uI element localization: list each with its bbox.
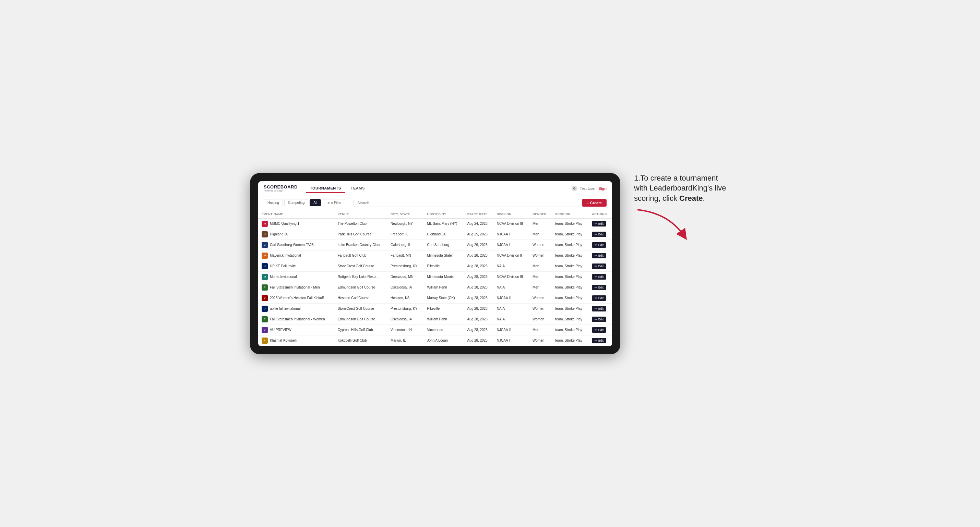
table-row: V VU PREVIEW Cypress Hills Golf Club Vin…: [258, 324, 612, 335]
cell-division: NJCAA I: [493, 229, 529, 240]
team-logo: F: [262, 284, 268, 290]
edit-button[interactable]: ✏ Edit: [592, 327, 606, 333]
cell-actions: ✏ Edit: [589, 303, 612, 314]
cell-gender: Men: [529, 261, 552, 271]
annotation-bold-text: Create: [679, 194, 703, 203]
cell-division: NJCAA II: [493, 293, 529, 303]
col-city-state: CITY, STATE: [387, 210, 424, 219]
cell-actions: ✏ Edit: [589, 324, 612, 335]
cell-venue: Edmundson Golf Course: [334, 314, 387, 324]
edit-button[interactable]: ✏ Edit: [592, 306, 606, 311]
cell-scoring: team, Stroke Play: [552, 335, 589, 346]
cell-venue: The Powelton Club: [334, 218, 387, 229]
cell-city-state: Marion, IL: [387, 335, 424, 346]
tablet-screen: SCOREBOARD Powered by Clipp TOURNAMENTS …: [258, 181, 612, 346]
tab-teams[interactable]: TEAMS: [347, 184, 369, 193]
event-name-text: 2023 Women's Hesston Fall Kickoff: [270, 296, 324, 300]
edit-button[interactable]: ✏ Edit: [592, 274, 606, 279]
event-name-text: VU PREVIEW: [270, 328, 291, 332]
cell-hosted-by: Minnesota-Morris: [424, 271, 464, 282]
cell-hosted-by: Carl Sandburg: [424, 240, 464, 250]
logo-sub: Powered by Clipp: [264, 189, 298, 192]
filter-competing-btn[interactable]: Competing: [284, 199, 308, 206]
edit-button[interactable]: ✏ Edit: [592, 221, 606, 227]
cell-gender: Men: [529, 324, 552, 335]
edit-button[interactable]: ✏ Edit: [592, 285, 606, 290]
cell-city-state: Prestonsburg, KY: [387, 303, 424, 314]
annotation-area: 1.To create a tournament with Leaderboar…: [634, 173, 730, 241]
annotation-text: 1.To create a tournament with Leaderboar…: [634, 173, 730, 203]
filter-btn-group: Hosting Competing All: [264, 199, 321, 206]
cell-gender: Men: [529, 271, 552, 282]
cell-hosted-by: John A Logan: [424, 335, 464, 346]
filter-icon: ≡: [328, 201, 329, 205]
cell-actions: ✏ Edit: [589, 335, 612, 346]
cell-scoring: team, Stroke Play: [552, 282, 589, 293]
cell-city-state: Faribault, MN: [387, 250, 424, 261]
create-button[interactable]: + Create: [582, 199, 606, 206]
cell-gender: Women: [529, 314, 552, 324]
cell-venue: Kokopelli Golf Club: [334, 335, 387, 346]
cell-venue: Ruttger's Bay Lake Resort: [334, 271, 387, 282]
edit-button[interactable]: ✏ Edit: [592, 253, 606, 258]
filter-hosting-btn[interactable]: Hosting: [264, 199, 283, 206]
col-gender: GENDER: [529, 210, 552, 219]
gear-icon[interactable]: ⚙: [572, 186, 577, 191]
cell-start-date: Aug 28, 2023: [464, 303, 493, 314]
cell-event-name: U UPIKE Fall Invite: [258, 261, 334, 271]
event-name-text: Maverick Invitational: [270, 254, 301, 257]
edit-button[interactable]: ✏ Edit: [592, 338, 606, 343]
cell-scoring: team, Stroke Play: [552, 314, 589, 324]
cell-hosted-by: William Penn: [424, 314, 464, 324]
cell-scoring: team, Stroke Play: [552, 218, 589, 229]
sign-in-link[interactable]: Sign: [598, 186, 606, 190]
edit-button[interactable]: ✏ Edit: [592, 264, 606, 269]
cell-division: NAIA: [493, 303, 529, 314]
red-arrow-svg: [634, 206, 689, 241]
search-input[interactable]: [353, 199, 579, 207]
event-name-text: Fall Statesmen Invitational - Women: [270, 317, 325, 321]
col-venue: VENUE: [334, 210, 387, 219]
cell-venue: Hesston Golf Course: [334, 293, 387, 303]
edit-button[interactable]: ✏ Edit: [592, 295, 606, 301]
cell-scoring: team, Stroke Play: [552, 303, 589, 314]
cell-start-date: Aug 28, 2023: [464, 293, 493, 303]
cell-hosted-by: Highland CC: [424, 229, 464, 240]
cell-venue: StoneCrest Golf Course: [334, 303, 387, 314]
edit-button[interactable]: ✏ Edit: [592, 242, 606, 248]
cell-division: NAIA: [493, 314, 529, 324]
col-scoring: SCORING: [552, 210, 589, 219]
cell-scoring: team, Stroke Play: [552, 250, 589, 261]
cell-event-name: M Maverick Invitational: [258, 250, 334, 261]
table-row: M Morris Invitational Ruttger's Bay Lake…: [258, 271, 612, 282]
cell-scoring: team, Stroke Play: [552, 271, 589, 282]
cell-division: NJCAA II: [493, 324, 529, 335]
cell-hosted-by: Murray State (OK): [424, 293, 464, 303]
filter-all-btn[interactable]: All: [310, 199, 321, 206]
event-name-text: UPIKE Fall Invite: [270, 264, 296, 268]
team-logo: K: [262, 338, 268, 344]
cell-hosted-by: Pikeville: [424, 261, 464, 271]
team-logo: U: [262, 306, 268, 312]
cell-city-state: Oskaloosa, IA: [387, 282, 424, 293]
edit-button[interactable]: ✏ Edit: [592, 232, 606, 237]
event-name-text: Klash at Kokopelli: [270, 338, 297, 342]
cell-actions: ✏ Edit: [589, 271, 612, 282]
cell-city-state: Freeport, IL: [387, 229, 424, 240]
filter-label: ≡ Filter: [331, 201, 342, 205]
table-row: F Fall Statesmen Invitational - Men Edmu…: [258, 282, 612, 293]
team-logo: M: [262, 274, 268, 280]
tab-tournaments[interactable]: TOURNAMENTS: [306, 184, 345, 193]
edit-button[interactable]: ✏ Edit: [592, 317, 606, 322]
table-header-row: EVENT NAME VENUE CITY, STATE HOSTED BY S…: [258, 210, 612, 219]
table-row: U UPIKE Fall Invite StoneCrest Golf Cour…: [258, 261, 612, 271]
cell-gender: Men: [529, 282, 552, 293]
cell-gender: Women: [529, 293, 552, 303]
cell-event-name: C Carl Sandburg Women FA23: [258, 240, 334, 250]
filter-icon-btn[interactable]: ≡ ≡ Filter: [324, 199, 345, 206]
table-row: U upike fall invitational StoneCrest Gol…: [258, 303, 612, 314]
app-header: SCOREBOARD Powered by Clipp TOURNAMENTS …: [258, 181, 612, 196]
cell-actions: ✏ Edit: [589, 261, 612, 271]
cell-division: NAIA: [493, 282, 529, 293]
cell-venue: Park Hills Golf Course: [334, 229, 387, 240]
